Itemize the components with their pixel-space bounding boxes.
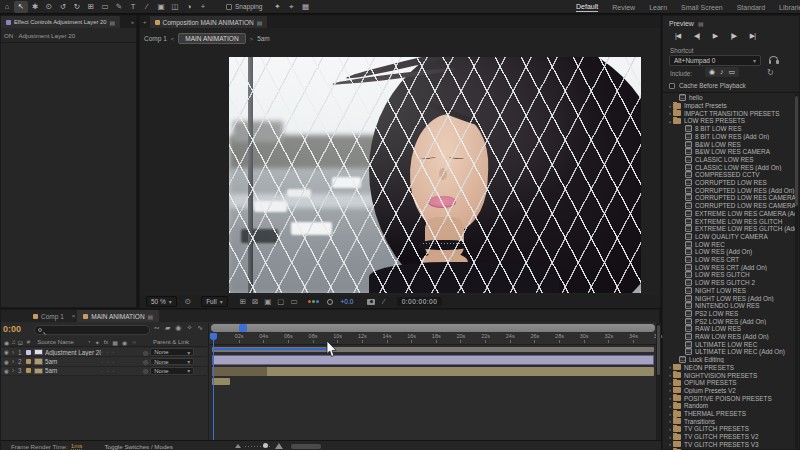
loop-icon[interactable]: ↻ (767, 68, 774, 77)
preset-tree-item[interactable]: CLASSIC LOW RES (Add On) (665, 163, 795, 171)
tab-overflow-icon[interactable]: » (131, 19, 136, 25)
workspace-tab[interactable]: Libraries (779, 4, 800, 11)
preset-tree-item[interactable]: › NEON PRESETS (665, 364, 795, 372)
preset-tree-item[interactable]: NIGHT LOW RES (665, 287, 795, 295)
workspace-tab[interactable]: Review (612, 4, 635, 11)
preview-comment-icon[interactable]: ▭ (290, 297, 297, 306)
workspace-tab[interactable]: Learn (649, 4, 667, 11)
layer-name[interactable]: 5am (45, 358, 101, 365)
graph-editor-icon[interactable]: ∿ (197, 324, 203, 332)
preset-tree-item[interactable]: RAW LOW RES (Add On) (665, 333, 795, 341)
preset-tree-item[interactable]: EXTREME LOW RES GLITCH (Add On) (665, 225, 795, 233)
timeline-tab-main-animation[interactable]: MAIN ANIMATION ▤ (77, 310, 159, 322)
breadcrumb-current-comp[interactable]: MAIN ANIMATION (178, 33, 245, 44)
panel-menu-icon[interactable]: ▤ (698, 20, 704, 27)
workspace-tab[interactable]: Default (576, 3, 598, 12)
include-video-icon[interactable]: ◉ (709, 68, 715, 76)
type-tool-icon[interactable]: T (126, 1, 140, 13)
zoom-tool-icon[interactable]: ⊙ (42, 1, 56, 13)
next-frame-button[interactable]: |▶ (731, 32, 736, 40)
panel-menu-icon[interactable]: ▤ (257, 19, 263, 26)
preset-tree-item[interactable]: LOW RES GLITCH 2 (665, 279, 795, 287)
parent-pickwhip-icon[interactable]: ◎ (143, 349, 148, 356)
resolution-dropdown[interactable]: Full▾ (201, 296, 228, 307)
channels-icon[interactable] (308, 300, 319, 303)
preset-tree-item[interactable]: CLASSIC LOW RES (665, 156, 795, 164)
eraser-tool-icon[interactable]: ◫ (168, 1, 182, 13)
layer-bar-5am-selected[interactable] (212, 355, 654, 365)
layer-switches[interactable]: ◦◦◦ (101, 368, 143, 374)
layer-switches[interactable]: ◦◦◦ (101, 349, 143, 355)
timeline-zoom-slider[interactable] (245, 446, 271, 447)
preset-tree-item[interactable]: › NIGHTVISION PRESETS (665, 371, 795, 379)
roto-brush-tool-icon[interactable]: ◑ (182, 1, 196, 13)
motion-blur-icon[interactable]: ✧ (186, 324, 192, 332)
time-ruler[interactable]: 0s02s04s06s08s10s12s14s16s18s20s22s24s26… (209, 333, 657, 345)
workspace-grid-icon[interactable]: ▦ (298, 1, 312, 13)
horizontal-scrollbar[interactable] (291, 444, 321, 449)
preset-tree-item[interactable]: › POSITIVE POISON PRESETS (665, 394, 795, 402)
effect-controls-tab[interactable]: Effect Controls Adjustment Layer 20 ▤ (1, 16, 120, 28)
preset-tree-item[interactable]: LOW RES CRT (665, 256, 795, 264)
preset-tree-item[interactable]: › TV GLITCH PRESETS V2 (665, 433, 795, 441)
preset-tree-item[interactable]: EXTREME LOW RES GLITCH (665, 217, 795, 225)
timeline-scrollbar[interactable] (656, 323, 661, 441)
layer-visibility-icon[interactable]: ◉ (4, 349, 12, 355)
brush-tool-icon[interactable]: ∕ (140, 1, 154, 13)
exposure-value[interactable]: +0.0 (341, 298, 354, 305)
preset-tree-item[interactable]: › THERMAL PRESETS (665, 410, 795, 418)
include-audio-icon[interactable]: ♪ (720, 68, 724, 76)
last-frame-button[interactable]: ▶| (750, 32, 755, 40)
choose-grid-guides-icon[interactable]: ⊞ (240, 297, 246, 306)
cache-before-playback-checkbox[interactable] (669, 83, 675, 89)
viewer-timecode[interactable]: 0:00:00:00 (397, 297, 443, 306)
preset-tree-item[interactable]: LOW RES (Add On) (665, 248, 795, 256)
composition-tab[interactable]: Composition MAIN ANIMATION ▤ (150, 16, 268, 28)
shy-layers-icon[interactable]: ▰ (165, 324, 170, 332)
playhead-line[interactable] (213, 333, 214, 441)
5am[interactable]: ◉ › 3 5am ◦◦◦ ◎ None ▾ (1, 367, 207, 376)
transparency-grid-icon[interactable]: ▢ (277, 297, 284, 306)
parent-pickwhip-icon[interactable]: ◎ (143, 358, 148, 365)
layer-name[interactable]: 5am (45, 367, 101, 374)
preset-tree-item[interactable]: RAW LOW RES (665, 325, 795, 333)
add-tab-icon[interactable]: + (140, 19, 150, 25)
layer-label-chip[interactable] (26, 368, 31, 373)
resolution-gear-icon[interactable] (327, 299, 333, 305)
selection-tool-icon[interactable]: ↖ (14, 1, 28, 13)
breadcrumb-prev-comp[interactable]: Comp 1 (144, 35, 167, 42)
zoom-glass-icon[interactable]: ⊙ (185, 297, 191, 306)
preset-tree-item[interactable]: B&W LOW RES CAMERA (665, 148, 795, 156)
hand-tool-icon[interactable]: ✱ (28, 1, 42, 13)
workspace-tab[interactable]: Small Screen (681, 4, 723, 11)
layer-label-chip[interactable] (26, 359, 31, 364)
timeline-search-field[interactable] (34, 325, 150, 335)
preset-tree-item[interactable]: Luck Editing (665, 356, 795, 364)
headphones-icon[interactable] (769, 56, 778, 63)
layer-bar-5am[interactable] (212, 367, 654, 376)
pen-tool-icon[interactable]: ✎ (112, 1, 126, 13)
preset-tree-item[interactable]: 8 BIT LOW RES (Add On) (665, 133, 795, 141)
workspace-tab[interactable]: Standard (737, 4, 765, 11)
layer-visibility-icon[interactable]: ◉ (4, 359, 12, 365)
snapping-checkbox[interactable] (226, 4, 232, 10)
toggle-mask-visibility-icon[interactable]: ⊠ (252, 297, 258, 306)
preset-tree-item[interactable]: LOW REC (665, 240, 795, 248)
include-overlays-icon[interactable]: ▭ (729, 68, 736, 76)
preset-tree-item[interactable]: › Transitions (665, 417, 795, 425)
preset-tree-item[interactable]: hello (665, 94, 795, 102)
preset-tree-item[interactable]: › OPIUM PRESETS (665, 379, 795, 387)
layer-name[interactable]: Adjustment Layer 20 (45, 349, 101, 356)
close-tab-icon[interactable]: × (72, 313, 76, 319)
layer-bar-stub[interactable] (212, 378, 230, 385)
shape-tool-icon[interactable]: ▭ (98, 1, 112, 13)
pan-behind-tool-icon[interactable]: ⊞ (84, 1, 98, 13)
5am[interactable]: ◉ › 2 5am ◦◦◦ ◎ None ▾ (1, 357, 207, 366)
preset-tree-item[interactable]: NIGHT LOW RES (Add On) (665, 294, 795, 302)
current-time-display[interactable]: 0:00 (3, 324, 21, 334)
preset-tree-item[interactable]: NINTENDO LOW RES (665, 302, 795, 310)
axis-mode-icon[interactable]: ⌖ (284, 1, 298, 13)
puppet-pin-tool-icon[interactable]: + (196, 1, 210, 13)
region-of-interest-icon[interactable]: ▣ (264, 297, 271, 306)
rotation-tool-icon[interactable]: ↻ (70, 1, 84, 13)
